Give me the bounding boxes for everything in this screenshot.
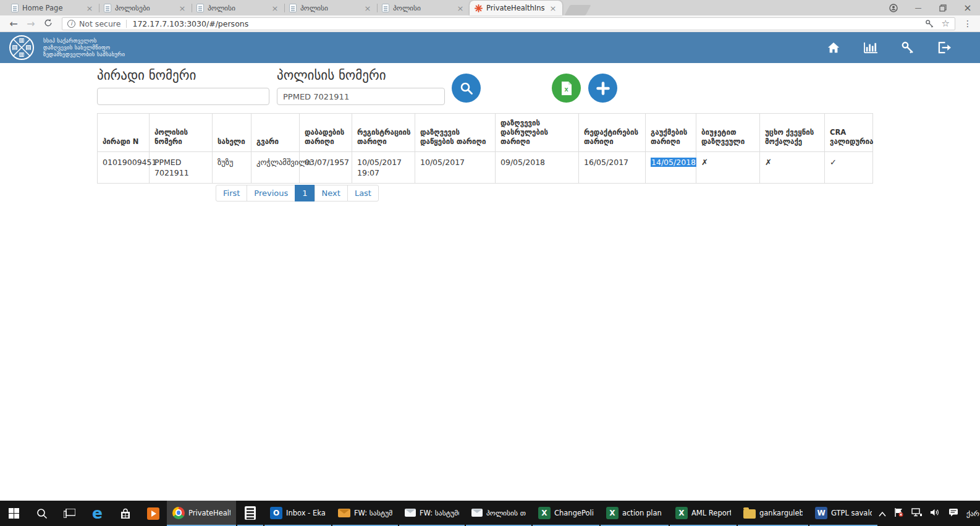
taskbar-window-excel-1[interactable]: X ChangePolicyF... [533, 501, 599, 526]
task-view-icon[interactable] [56, 501, 83, 526]
password-key-icon[interactable] [925, 19, 934, 28]
col-personal-n: პირადი N [98, 114, 150, 152]
policy-number-input[interactable] [277, 88, 445, 105]
address-bar[interactable]: i Not secure 172.17.7.103:3030/#/persons… [62, 17, 955, 30]
word-icon: W [815, 507, 827, 519]
folder-icon [743, 509, 756, 519]
col-cancellation-date: გაუქმების თარიღი [646, 114, 696, 152]
pagination-last-button[interactable]: Last [347, 185, 379, 201]
cell-policy-number: PPMED 7021911 [150, 152, 213, 184]
volume-icon[interactable] [930, 507, 940, 519]
tab-close-icon[interactable]: × [549, 4, 557, 12]
security-status: Not secure [79, 19, 120, 28]
close-window-button[interactable]: × [955, 2, 980, 14]
restore-button[interactable] [931, 4, 955, 12]
page-info-icon[interactable]: i [67, 20, 75, 28]
pagination-previous-button[interactable]: Previous [247, 185, 295, 201]
forward-button[interactable]: → [22, 18, 40, 30]
edge-icon[interactable]: e [83, 501, 111, 526]
taskbar-window-mail-3[interactable]: პოლისის თა... [466, 501, 531, 526]
calculator-icon [245, 506, 256, 520]
org-name: სსიპ საქართველოს დაზღვევის სახელმწიფო ზე… [43, 38, 125, 58]
tab-title: პოლისი [300, 4, 360, 12]
taskbar-window-chrome[interactable]: PrivateHealthI... [167, 501, 236, 526]
media-player-icon[interactable] [139, 501, 167, 526]
logout-icon[interactable] [937, 41, 952, 54]
cell-cra-valid: ✓ [825, 152, 873, 184]
back-button[interactable]: ← [5, 18, 22, 30]
taskbar-window-calculator[interactable] [237, 501, 263, 526]
tab-close-icon[interactable]: × [271, 4, 279, 12]
tab-close-icon[interactable]: × [178, 4, 187, 12]
taskbar-window-excel-3[interactable]: X AML Report G... [670, 501, 737, 526]
new-tab-button[interactable] [564, 5, 591, 15]
start-button[interactable] [0, 501, 28, 526]
browser-menu-icon[interactable]: ⋮ [960, 19, 975, 28]
defender-flag-icon[interactable] [894, 507, 903, 520]
store-icon[interactable] [111, 501, 139, 526]
browser-toolbar: ← → i Not secure 172.17.7.103:3030/#/per… [0, 15, 980, 32]
org-name-line3: ზედამხედველობის სამსახური [43, 51, 125, 58]
home-icon[interactable] [827, 41, 840, 54]
key-icon[interactable] [901, 41, 915, 54]
taskbar-search-icon[interactable] [28, 501, 56, 526]
language-indicator[interactable]: ქარ [966, 509, 979, 518]
system-tray: ქარ 15:16 23.02.2018 [879, 501, 980, 526]
browser-profile-icon[interactable] [881, 4, 906, 12]
taskbar-window-word[interactable]: W GTPL savaldeb... [809, 501, 877, 526]
personal-number-label: პირადი ნომერი [97, 68, 196, 83]
tab-private-health-insurance[interactable]: PrivateHealthInsuranceP × [470, 1, 562, 15]
reports-chart-icon[interactable] [863, 41, 878, 54]
page-favicon-icon [289, 4, 297, 12]
mail-icon [338, 509, 350, 517]
taskbar-window-folder[interactable]: gankargulebebi [738, 501, 808, 526]
tab-home-page[interactable]: Home Page × [6, 1, 99, 15]
cross-icon: ✗ [701, 158, 708, 167]
tab-title: Home Page [22, 4, 82, 12]
omnibox-divider [126, 20, 127, 28]
personal-number-input[interactable] [97, 88, 269, 105]
taskbar-window-mail-2[interactable]: FW: სასტუმრ... [399, 501, 465, 526]
tab-policies[interactable]: პოლისები × [99, 1, 192, 15]
col-birth-date: დაბადების თარიღი [300, 114, 352, 152]
url-text[interactable]: 172.17.7.103:3030/#/persons [132, 19, 917, 28]
chrome-icon [172, 507, 185, 519]
cell-insurance-start-date: 10/05/2017 [415, 152, 496, 184]
tab-policy-2[interactable]: პოლისი × [284, 1, 377, 15]
tab-close-icon[interactable]: × [456, 4, 465, 12]
cell-cancellation-date: 14/05/2018 [646, 152, 696, 184]
message-icon[interactable] [948, 507, 958, 519]
pagination: First Previous 1 Next Last [216, 185, 379, 201]
taskbar: e PrivateHealthI... O Inbox - Ekateri...… [0, 501, 980, 526]
taskbar-window-excel-2[interactable]: X action plan [R... [601, 501, 669, 526]
add-person-button[interactable] [588, 74, 617, 103]
network-icon[interactable] [911, 507, 922, 519]
excel-icon: X [675, 507, 688, 519]
pagination-first-button[interactable]: First [216, 185, 247, 201]
col-insurance-end-date: დაზღვევის დასრულების თარიღი [496, 114, 579, 152]
col-first-name: სახელი [213, 114, 251, 152]
tab-close-icon[interactable]: × [85, 4, 94, 12]
taskbar-window-outlook[interactable]: O Inbox - Ekateri... [264, 501, 331, 526]
minimize-button[interactable]: — [906, 4, 931, 12]
tab-policy-1[interactable]: პოლისი × [192, 1, 284, 15]
search-button[interactable] [452, 74, 481, 103]
org-logo [9, 35, 35, 61]
pagination-next-button[interactable]: Next [315, 185, 348, 201]
export-excel-button[interactable]: x [552, 74, 581, 103]
cell-personal-n: 01019009451 [98, 152, 150, 184]
refresh-button[interactable] [40, 18, 57, 30]
bookmark-star-icon[interactable]: ☆ [942, 18, 950, 29]
taskbar-window-mail-1[interactable]: FW: სასტუმრ... [332, 501, 398, 526]
tab-close-icon[interactable]: × [363, 4, 372, 12]
pagination-page-1-button[interactable]: 1 [295, 185, 315, 201]
tab-policy-3[interactable]: პოლისი × [377, 1, 470, 15]
cell-budget-insured: ✗ [696, 152, 760, 184]
col-cra-valid: CRA ვალიდურია [825, 114, 873, 152]
tab-title: პოლისები [115, 4, 174, 12]
table-row[interactable]: 01019009451 PPMED 7021911 ზუზუ კოჭლამშვი… [98, 152, 873, 184]
svg-text:x: x [564, 85, 568, 93]
tray-chevron-icon[interactable] [879, 507, 886, 519]
check-icon: ✓ [830, 158, 837, 167]
org-name-line1: სსიპ საქართველოს [43, 38, 125, 45]
